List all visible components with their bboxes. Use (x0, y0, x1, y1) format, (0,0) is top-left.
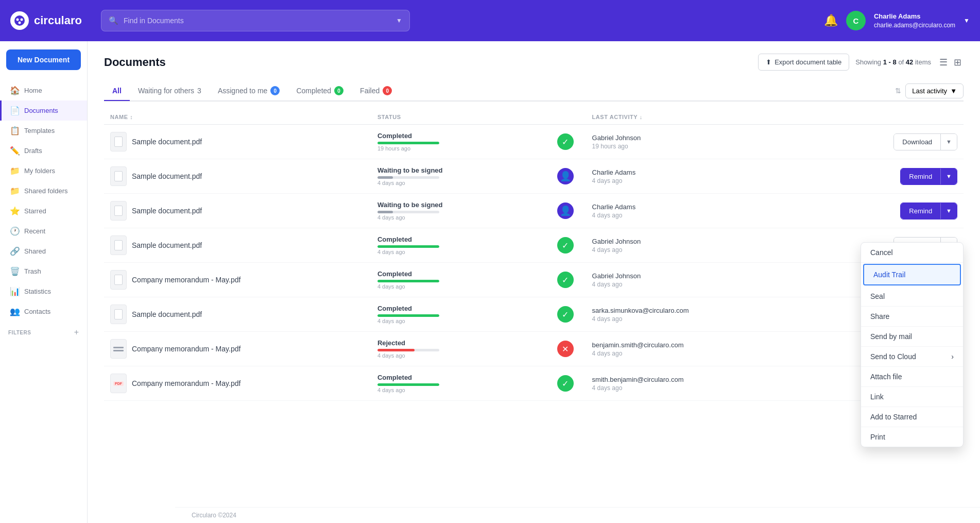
search-bar[interactable]: 🔍 ▼ (101, 10, 410, 31)
download-button-group[interactable]: Download ▼ (893, 133, 957, 150)
progress-bar (377, 280, 439, 282)
action-dropdown-button[interactable]: ▼ (941, 134, 957, 150)
activity-cell: sarka.simunkova@circularo.com 4 days ago (586, 297, 790, 332)
status-time: 19 hours ago (377, 145, 539, 151)
tab-assigned[interactable]: Assigned to me 0 (210, 81, 288, 102)
download-button[interactable]: Download (894, 134, 941, 150)
header-actions: ⬆ Export document table Showing 1 - 8 of… (758, 54, 964, 71)
sidebar-item-statistics[interactable]: 📊 Statistics (0, 281, 87, 301)
grid-view-button[interactable]: ⊞ (952, 55, 964, 70)
showing-of: of (898, 58, 904, 66)
search-input[interactable] (124, 16, 391, 25)
activity-cell: Gabriel Johnson 19 hours ago (586, 125, 790, 159)
activity-cell: smith.benjamin@circularo.com 4 days ago (586, 366, 790, 401)
remind-button-group[interactable]: Remind ▼ (900, 168, 957, 185)
dropdown-item-attach-file[interactable]: Attach file (861, 367, 963, 387)
tab-completed[interactable]: Completed 0 (288, 81, 352, 102)
showing-range: 1 - 8 (883, 58, 897, 66)
activity-cell: Charlie Adams 4 days ago (586, 194, 790, 228)
col-last-activity[interactable] (545, 110, 586, 125)
export-document-table-button[interactable]: ⬆ Export document table (758, 54, 849, 71)
remind-button-group[interactable]: Remind ▼ (900, 203, 957, 220)
tab-assigned-label: Assigned to me (218, 87, 268, 95)
sidebar-label-contacts: Contacts (24, 308, 50, 315)
activity-person: Gabriel Johnson (592, 238, 784, 245)
add-filter-button[interactable]: + (74, 328, 79, 337)
sidebar-label-my-folders: My folders (24, 167, 55, 175)
activity-time: 4 days ago (592, 384, 784, 392)
doc-name: Sample document.pdf (110, 201, 365, 221)
progress-fill (377, 142, 439, 144)
sidebar-item-trash[interactable]: 🗑️ Trash (0, 261, 87, 281)
drafts-icon: ✏️ (10, 146, 19, 156)
notification-bell-icon[interactable]: 🔔 (824, 14, 838, 27)
dropdown-item-seal[interactable]: Seal (861, 286, 963, 307)
dropdown-item-add-to-starred[interactable]: Add to Starred (861, 407, 963, 427)
dropdown-item-link[interactable]: Link (861, 387, 963, 407)
user-menu-chevron-icon[interactable]: ▼ (964, 17, 970, 24)
sidebar-item-my-folders[interactable]: 📁 My folders (0, 161, 87, 181)
doc-name: Sample document.pdf (110, 305, 365, 324)
sidebar-item-recent[interactable]: 🕐 Recent (0, 221, 87, 241)
svg-point-2 (21, 19, 23, 21)
print-label: Print (870, 433, 885, 441)
table-row: PDF Company memorandum - May.pdf Complet… (104, 366, 964, 401)
dropdown-item-audit-trail[interactable]: Audit Trail (863, 264, 961, 285)
remind-dropdown-button[interactable]: ▼ (941, 168, 957, 184)
progress-fill (377, 349, 415, 351)
progress-fill (377, 314, 439, 317)
sidebar-label-drafts: Drafts (24, 147, 42, 155)
sidebar-item-documents[interactable]: 📄 Documents (0, 100, 87, 121)
sidebar-label-trash: Trash (24, 267, 41, 275)
doc-name-cell: Sample document.pdf (104, 125, 371, 159)
tab-failed-badge: 0 (383, 86, 392, 95)
table-row: Sample document.pdf Completed 4 days ago… (104, 228, 964, 263)
file-icon (110, 235, 127, 255)
progress-fill (377, 176, 393, 179)
dropdown-item-cancel[interactable]: Cancel (861, 243, 963, 263)
remind-button[interactable]: Remind (901, 168, 941, 184)
contacts-icon: 👥 (10, 307, 19, 316)
dropdown-item-send-to-cloud[interactable]: Send to Cloud › (861, 347, 963, 367)
progress-bar (377, 245, 439, 248)
statistics-icon: 📊 (10, 286, 19, 296)
sidebar-item-templates[interactable]: 📋 Templates (0, 121, 87, 141)
tab-waiting[interactable]: Waiting for others 3 (130, 81, 210, 101)
sidebar-item-starred[interactable]: ⭐ Starred (0, 201, 87, 221)
sort-chevron-icon: ▼ (950, 87, 957, 95)
sidebar-item-shared-folders[interactable]: 📁 Shared folders (0, 181, 87, 201)
status-label: Waiting to be signed (377, 166, 539, 174)
dropdown-item-print[interactable]: Print (861, 427, 963, 447)
status-cell: Completed 4 days ago (371, 228, 545, 263)
remind-button[interactable]: Remind (901, 203, 941, 219)
tab-all-label: All (112, 87, 122, 95)
export-label: Export document table (775, 58, 841, 66)
sidebar-item-home[interactable]: 🏠 Home (0, 80, 87, 100)
doc-filename: Sample document.pdf (132, 172, 202, 180)
sidebar-item-contacts[interactable]: 👥 Contacts (0, 301, 87, 322)
activity-time: 19 hours ago (592, 143, 784, 150)
table-row: Sample document.pdf Waiting to be signed… (104, 159, 964, 194)
doc-name-cell: Company memorandum - May.pdf (104, 263, 371, 297)
list-view-button[interactable]: ☰ (937, 55, 950, 70)
sidebar-item-drafts[interactable]: ✏️ Drafts (0, 141, 87, 161)
showing-prefix: Showing (855, 58, 881, 66)
status-time: 4 days ago (377, 352, 539, 359)
new-document-button[interactable]: New Document (6, 49, 81, 70)
dropdown-item-share[interactable]: Share (861, 307, 963, 327)
doc-filename: Company memorandum - May.pdf (132, 345, 240, 353)
tab-all[interactable]: All (104, 81, 130, 101)
export-icon: ⬆ (766, 58, 771, 66)
sidebar-item-shared[interactable]: 🔗 Shared (0, 241, 87, 261)
sort-by-last-activity-button[interactable]: Last activity ▼ (905, 83, 964, 98)
col-name[interactable]: NAME ↕ (104, 110, 371, 125)
status-time: 4 days ago (377, 318, 539, 324)
doc-filename: Sample document.pdf (132, 207, 202, 215)
page-title: Documents (104, 56, 166, 69)
status-icon: ✓ (557, 133, 574, 150)
remind-dropdown-button[interactable]: ▼ (941, 203, 957, 219)
link-label: Link (870, 393, 884, 401)
dropdown-item-send-by-mail[interactable]: Send by mail (861, 327, 963, 347)
tab-failed[interactable]: Failed 0 (352, 81, 400, 102)
file-icon (110, 270, 127, 290)
